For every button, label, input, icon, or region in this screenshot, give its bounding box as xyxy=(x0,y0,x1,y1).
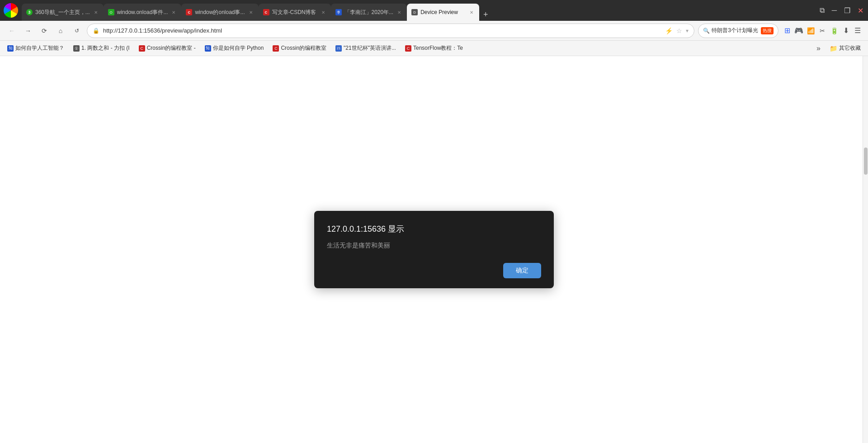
page-content: 127.0.0.1:15636 显示 生活无非是痛苦和美丽 确定 xyxy=(0,56,868,443)
home-button[interactable]: ⌂ xyxy=(54,24,67,37)
address-dropdown-icon[interactable]: ▾ xyxy=(686,28,689,34)
tab-close-device-preview[interactable]: ✕ xyxy=(468,9,475,15)
address-star-icon[interactable]: ☆ xyxy=(676,27,682,34)
window-minimize-button[interactable]: ─ xyxy=(831,5,838,15)
toolbar: ← → ⟳ ⌂ ↺ 🔒 ⚡ ☆ ▾ 🔍 特朗普3个计划曝光 热搜 ⊞ 🎮 📶 ✂… xyxy=(0,21,868,41)
bookmark-favicon-leetcode: ① xyxy=(73,45,80,52)
back-button2[interactable]: ↺ xyxy=(71,24,83,37)
tab-favicon-360: 3 xyxy=(26,9,33,15)
bookmark-favicon-crossin1: C xyxy=(139,45,145,52)
browser-logo xyxy=(4,3,18,18)
bookmarks-folder[interactable]: 📁 其它收藏 xyxy=(826,43,864,54)
tab-title-linanjiang: 「李南江」2020年... xyxy=(344,9,394,16)
forward-button[interactable]: → xyxy=(22,24,34,37)
bookmark-crossin1[interactable]: C Crossin的编程教室 - xyxy=(135,43,199,54)
folder-label: 其它收藏 xyxy=(839,44,861,52)
gaming-icon[interactable]: 🎮 xyxy=(794,26,804,36)
tab-title-360: 360导航_一个主页，... xyxy=(35,9,90,16)
alert-footer: 确定 xyxy=(327,263,541,278)
tab-device-preview[interactable]: D Device Preview ✕ xyxy=(407,4,479,21)
window-layout-icon[interactable]: ⧉ xyxy=(819,5,826,15)
address-bar[interactable]: 🔒 ⚡ ☆ ▾ xyxy=(87,24,694,38)
reload-button[interactable]: ⟳ xyxy=(38,24,51,37)
window-controls: ⧉ ─ ❐ ✕ xyxy=(819,5,864,16)
tab-title-onload2: window的onload事... xyxy=(195,9,245,16)
folder-icon: 📁 xyxy=(830,45,837,52)
bookmark-english[interactable]: 21 "21世纪杯"英语演讲... xyxy=(332,43,400,54)
bookmark-zhihu1[interactable]: 知 如何自学人工智能？ xyxy=(4,43,68,54)
tab-favicon-device-preview: D xyxy=(411,9,418,15)
bookmark-label-python: 你是如何自学 Python xyxy=(213,44,264,52)
bookmark-label-zhihu1: 如何自学人工智能？ xyxy=(15,44,64,52)
scrollbar-thumb[interactable] xyxy=(864,148,868,175)
tab-360[interactable]: 3 360导航_一个主页，... ✕ xyxy=(22,4,104,21)
new-tab-button[interactable]: + xyxy=(479,8,492,21)
tab-title-device-preview: Device Preview xyxy=(420,9,466,15)
window-close-button[interactable]: ✕ xyxy=(857,5,864,16)
search-text: 特朗普3个计划曝光 xyxy=(712,27,758,34)
browser-frame: 3 360导航_一个主页，... ✕ O window.onload事件... … xyxy=(0,0,868,443)
title-bar: 3 360导航_一个主页，... ✕ O window.onload事件... … xyxy=(0,0,868,21)
bookmark-label-tensorflow: TensorFlow教程：Te xyxy=(413,44,463,52)
bookmark-crossin2[interactable]: C Crossin的编程教室 xyxy=(269,43,330,54)
bookmark-leetcode[interactable]: ① 1. 两数之和 - 力扣 (I xyxy=(70,43,133,54)
tab-close-onload2[interactable]: ✕ xyxy=(248,9,254,15)
tab-linanjiang[interactable]: 李 「李南江」2020年... ✕ xyxy=(331,4,407,21)
bookmark-label-leetcode: 1. 两数之和 - 力扣 (I xyxy=(81,44,130,52)
bookmark-tensorflow[interactable]: C TensorFlow教程：Te xyxy=(401,43,467,54)
windows-icon[interactable]: ⊞ xyxy=(782,26,792,36)
tab-favicon-linanjiang: 李 xyxy=(335,9,342,15)
tab-csdn[interactable]: C 写文章-CSDN博客 ✕ xyxy=(259,4,331,21)
window-restore-button[interactable]: ❐ xyxy=(843,5,851,16)
tabs-container: 3 360导航_一个主页，... ✕ O window.onload事件... … xyxy=(22,0,815,21)
tab-favicon-csdn: C xyxy=(263,9,269,15)
alert-message: 生活无非是痛苦和美丽 xyxy=(327,241,541,250)
bookmark-favicon-zhihu1: 知 xyxy=(7,45,14,52)
tab-favicon-onload2: C xyxy=(186,9,192,15)
address-lightning-icon: ⚡ xyxy=(665,27,673,34)
download-icon[interactable]: ⬇ xyxy=(841,26,851,36)
tab-title-onload1: window.onload事件... xyxy=(117,9,168,16)
back-button[interactable]: ← xyxy=(5,24,18,37)
extensions-area: ⊞ 🎮 📶 ✂ 🔋 ⬇ ☰ xyxy=(782,26,863,36)
search-icon: 🔍 xyxy=(703,28,710,34)
bookmarks-bar: 知 如何自学人工智能？ ① 1. 两数之和 - 力扣 (I C Crossin的… xyxy=(0,41,868,56)
bookmark-favicon-crossin2: C xyxy=(273,45,279,52)
url-input[interactable] xyxy=(103,27,661,34)
bookmark-label-crossin1: Crossin的编程教室 - xyxy=(147,44,196,52)
alert-dialog: 127.0.0.1:15636 显示 生活无非是痛苦和美丽 确定 xyxy=(314,211,554,288)
hot-search-badge: 热搜 xyxy=(761,27,774,34)
tab-close-linanjiang[interactable]: ✕ xyxy=(396,9,402,15)
tab-close-onload1[interactable]: ✕ xyxy=(170,9,177,15)
scrollbar-track xyxy=(863,56,868,443)
cut-icon[interactable]: ✂ xyxy=(817,26,827,36)
bookmark-favicon-english: 21 xyxy=(335,45,342,52)
network-icon[interactable]: 📶 xyxy=(806,26,816,36)
tab-close-csdn[interactable]: ✕ xyxy=(320,9,326,15)
bookmark-favicon-python: 知 xyxy=(205,45,211,52)
bookmark-python[interactable]: 知 你是如何自学 Python xyxy=(201,43,268,54)
bookmark-favicon-tensorflow: C xyxy=(405,45,411,52)
tab-title-csdn: 写文章-CSDN博客 xyxy=(272,9,317,16)
battery-icon[interactable]: 🔋 xyxy=(829,26,839,36)
alert-title: 127.0.0.1:15636 显示 xyxy=(327,224,541,234)
tab-onload1[interactable]: O window.onload事件... ✕ xyxy=(104,4,182,21)
tab-onload2[interactable]: C window的onload事... ✕ xyxy=(181,4,258,21)
tab-favicon-onload1: O xyxy=(108,9,114,15)
bookmarks-more-button[interactable]: » xyxy=(815,44,822,52)
menu-icon[interactable]: ☰ xyxy=(853,26,863,36)
tab-close-360[interactable]: ✕ xyxy=(93,9,99,15)
alert-ok-button[interactable]: 确定 xyxy=(503,263,541,278)
address-security-icon: 🔒 xyxy=(93,28,99,34)
bookmark-label-crossin2: Crossin的编程教室 xyxy=(281,44,326,52)
bookmark-label-english: "21世纪杯"英语演讲... xyxy=(344,44,396,52)
